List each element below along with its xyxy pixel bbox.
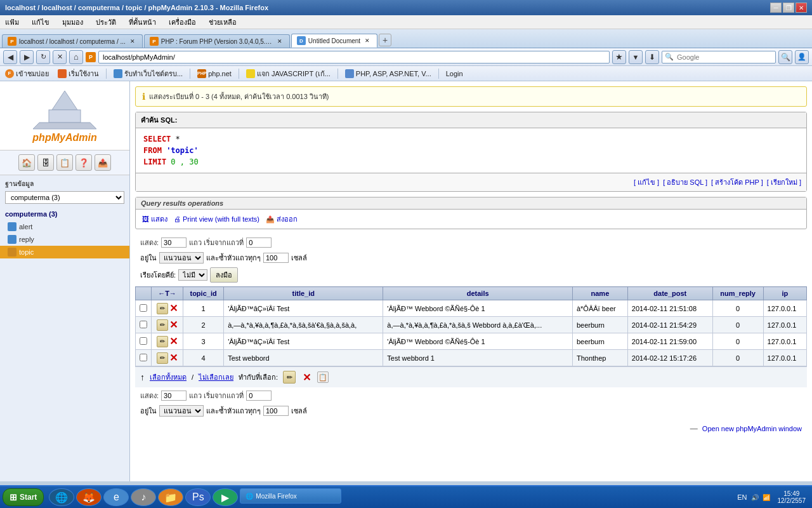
sql-explain-link[interactable]: [ อธิบาย SQL ] [663, 177, 707, 188]
row-checkbox-3[interactable] [136, 350, 152, 366]
qr-export-btn[interactable]: 📤 ส่งออก [266, 213, 298, 225]
menu-history[interactable]: ประวัติ [93, 15, 119, 29]
col-ip[interactable]: ip [763, 287, 806, 300]
new-tab-button[interactable]: + [379, 34, 391, 46]
taskbar-icon-3[interactable]: ♪ [131, 488, 156, 506]
sidebar-nav-alert[interactable]: alert [0, 220, 129, 233]
del-btn-0[interactable]: ✕ [169, 302, 178, 314]
tab-1-close[interactable]: ✕ [275, 37, 284, 46]
close-button[interactable]: ✕ [796, 3, 807, 13]
menu-view[interactable]: มุมมอง [60, 15, 86, 29]
col-title-id[interactable]: title_id [224, 287, 383, 300]
sort-select[interactable]: ไม่มี [178, 269, 207, 281]
edit-btn-0[interactable]: ✏ [157, 303, 168, 314]
sidebar-db-link[interactable]: computerma (3) [0, 208, 129, 220]
del-btn-3[interactable]: ✕ [169, 352, 178, 364]
bookmark-6[interactable]: Login [444, 69, 465, 78]
bulk-deselect[interactable]: ไม่เลือกเลย [199, 371, 233, 383]
taskbar-icon-5[interactable]: Ps [185, 488, 211, 506]
bulk-edit-btn[interactable]: ✏ [283, 371, 296, 384]
bulk-export-btn[interactable]: 📋 [317, 371, 329, 383]
bookmark-0[interactable]: F เข้าชมบ่อย [3, 67, 51, 80]
go-button[interactable]: ลงมือ [210, 267, 238, 283]
menu-edit[interactable]: แก้ไข [29, 15, 52, 29]
tab-0-close[interactable]: ✕ [128, 37, 137, 46]
checkbox-2[interactable] [140, 337, 147, 345]
download-btn[interactable]: ⬇ [645, 50, 659, 64]
row-checkbox-0[interactable] [136, 300, 152, 317]
forward-button[interactable]: ▶ [20, 50, 34, 64]
sidebar-export-btn[interactable]: 📤 [95, 154, 111, 171]
location-select[interactable]: แนวนอน [159, 252, 204, 264]
sidebar-home-btn[interactable]: 🏠 [18, 154, 35, 171]
checkbox-0[interactable] [140, 304, 147, 312]
minimize-button[interactable]: ─ [770, 3, 782, 13]
db-select[interactable]: computerma (3) [5, 191, 124, 204]
search-go-button[interactable]: 🔍 [778, 50, 792, 64]
refresh-button[interactable]: ↻ [36, 50, 50, 64]
checkbox-3[interactable] [140, 354, 147, 361]
bookmark-4[interactable]: แจก JAVASCRIPT (เก้... [244, 67, 332, 80]
tab-0[interactable]: P localhost / localhost / computerma / .… [2, 34, 143, 48]
sql-edit-link[interactable]: [ แก้ไข ] [634, 177, 659, 188]
sidebar-db-btn[interactable]: 🗄 [37, 154, 54, 171]
bulk-up-arrow[interactable]: ↑ [140, 372, 145, 382]
col-num-reply[interactable]: num_reply [712, 287, 763, 300]
sidebar-sql-btn[interactable]: 📋 [56, 154, 73, 171]
taskbar-icon-2[interactable]: e [103, 488, 129, 506]
col-topic-id[interactable]: topic_id [183, 287, 224, 300]
from-input-bot[interactable] [246, 391, 272, 401]
search-input[interactable] [676, 53, 775, 62]
bookmark-5[interactable]: PHP, ASP, ASP.NET, V... [343, 69, 433, 79]
start-button[interactable]: ⊞ Start [3, 488, 44, 506]
row-checkbox-2[interactable] [136, 333, 152, 350]
del-btn-1[interactable]: ✕ [169, 319, 178, 331]
col-date-post[interactable]: date_post [627, 287, 712, 300]
back-button[interactable]: ◀ [3, 50, 17, 64]
edit-btn-3[interactable]: ✏ [157, 352, 168, 364]
user-icon[interactable]: 👤 [795, 50, 809, 64]
tab-2-close[interactable]: ✕ [363, 36, 372, 45]
row-checkbox-1[interactable] [136, 317, 152, 333]
taskbar-icon-4[interactable]: 📁 [158, 488, 183, 506]
bookmark-3[interactable]: PHP php.net [195, 69, 233, 79]
taskbar-icon-0[interactable]: 🌐 [49, 488, 74, 506]
tab-2[interactable]: D Untitled Document ✕ [291, 34, 377, 48]
stop-button[interactable]: ✕ [53, 50, 67, 64]
checkbox-1[interactable] [140, 321, 147, 328]
tab-1[interactable]: P PHP : Forum PHP (Version 3.0,4.0,5.0).… [144, 34, 290, 48]
address-input[interactable] [98, 51, 610, 64]
menu-bookmarks[interactable]: ที่คั้นหน้า [126, 15, 159, 29]
sidebar-nav-reply[interactable]: reply [0, 233, 129, 246]
perpage-input-bot[interactable] [263, 406, 289, 416]
taskbar-icon-1[interactable]: 🦊 [76, 488, 102, 506]
sql-refresh-link[interactable]: [ เรียกใหม่ ] [767, 177, 801, 188]
del-btn-2[interactable]: ✕ [169, 335, 178, 347]
bookmark-2[interactable]: รับทำเว็บไซต์ตรบ... [112, 67, 185, 80]
bulk-select-all[interactable]: เลือกทั้งหมด [150, 371, 187, 383]
menu-tools[interactable]: เครื่องมือ [166, 15, 199, 29]
menu-help[interactable]: ช่วยเหลือ [206, 15, 239, 29]
sidebar-nav-topic[interactable]: topic [0, 246, 129, 258]
edit-btn-1[interactable]: ✏ [157, 319, 168, 331]
address-dropdown[interactable]: ▼ [629, 50, 643, 64]
qr-show-btn[interactable]: 🖼 แสดง [142, 213, 167, 225]
show-input-bot[interactable] [161, 391, 187, 401]
from-input[interactable] [246, 237, 272, 248]
taskbar-firefox-active[interactable]: 🌐 Mozilla Firefox [240, 488, 341, 504]
bookmark-1[interactable]: เริ่มใช้งาน [56, 67, 101, 80]
show-input[interactable] [161, 237, 187, 248]
qr-print-btn[interactable]: 🖨 Print view (with full texts) [174, 215, 259, 223]
menu-file[interactable]: แฟ้ม [3, 15, 22, 29]
open-new-window-link[interactable]: Open new phpMyAdmin window [702, 425, 802, 432]
sql-php-link[interactable]: [ สร้างโค้ด PHP ] [711, 177, 763, 188]
taskbar-icon-6[interactable]: ▶ [213, 488, 238, 506]
home-button[interactable]: ⌂ [69, 50, 83, 64]
sidebar-query-btn[interactable]: ❓ [75, 154, 92, 171]
col-details[interactable]: details [383, 287, 573, 300]
edit-btn-2[interactable]: ✏ [157, 336, 168, 347]
perpage-input[interactable] [263, 253, 289, 263]
bookmark-star[interactable]: ★ [612, 50, 626, 64]
bulk-delete-btn[interactable]: ✕ [301, 371, 312, 383]
restore-button[interactable]: ❐ [783, 3, 794, 13]
